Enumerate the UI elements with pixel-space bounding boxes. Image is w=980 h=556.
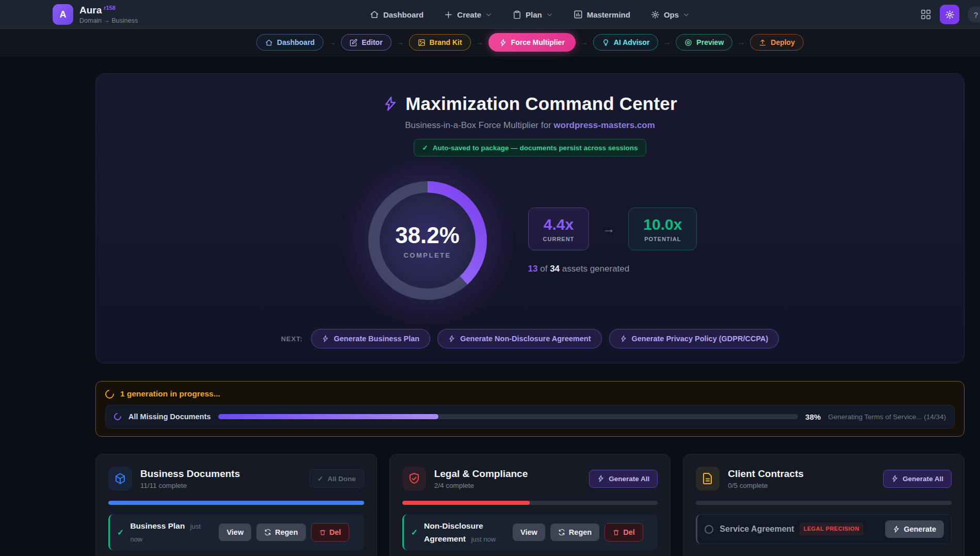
workflow-step-brand-kit[interactable]: Brand Kit — [409, 34, 471, 51]
spinner-icon — [104, 388, 116, 400]
category-card-client-contracts: Client Contracts 0/5 complete Generate A… — [683, 454, 965, 556]
category-title: Legal & Compliance — [434, 468, 581, 480]
workflow-step-force-multiplier[interactable]: Force Multiplier — [488, 33, 576, 52]
workflow-step-dashboard[interactable]: Dashboard — [256, 34, 323, 51]
category-progress-bar — [696, 501, 952, 505]
lightning-icon — [891, 475, 899, 482]
completion-ring: 38.2% COMPLETE — [363, 176, 492, 305]
check-icon: ✓ — [318, 474, 323, 483]
generate-nda-button[interactable]: Generate Non-Disclosure Agreement — [437, 329, 601, 348]
delete-button[interactable]: Del — [311, 523, 350, 542]
document-row-service-agreement: Service Agreement LEGAL PRECISION Genera… — [696, 514, 952, 544]
delete-button[interactable]: Del — [605, 523, 643, 542]
clipboard-icon — [513, 10, 521, 19]
apps-grid-button[interactable] — [920, 9, 932, 20]
potential-multiplier-card: 10.0x POTENTIAL — [628, 208, 697, 250]
command-center-panel: Maximization Command Center Business-in-… — [95, 73, 965, 363]
current-multiplier-card: 4.4x CURRENT — [528, 208, 590, 250]
upload-icon — [759, 39, 766, 46]
generate-all-button[interactable]: Generate All — [589, 470, 658, 488]
category-progress-fill — [108, 501, 364, 505]
category-count: 0/5 complete — [728, 482, 875, 489]
app-name: Aurar158 — [79, 5, 138, 16]
lightning-icon — [499, 39, 507, 46]
chevron-down-icon — [485, 11, 492, 18]
eye-icon — [684, 39, 692, 46]
document-timestamp: just now — [471, 535, 496, 543]
category-title: Client Contracts — [728, 468, 875, 480]
topnav-dashboard[interactable]: Dashboard — [370, 10, 423, 19]
generate-button[interactable]: Generate — [885, 520, 944, 538]
spinner-icon — [112, 411, 123, 422]
lightning-icon — [597, 475, 605, 482]
assets-generated-line: 13 of 34 assets generated — [528, 264, 697, 274]
lightning-icon — [322, 335, 329, 342]
workflow-step-ai-advisor[interactable]: AI Advisor — [593, 34, 659, 51]
topnav-create[interactable]: Create — [444, 10, 492, 19]
regen-button[interactable]: Regen — [550, 523, 599, 541]
app-logo[interactable]: A — [53, 4, 73, 25]
completion-percentage: 38.2% — [395, 223, 460, 248]
current-multiplier-value: 4.4x — [543, 216, 575, 233]
generation-status-text: Generating Terms of Service... (14/34) — [828, 413, 946, 421]
category-card-business-documents: Business Documents 11/11 complete ✓ All … — [95, 454, 377, 556]
workflow-step-preview[interactable]: Preview — [676, 34, 732, 51]
topnav-ops[interactable]: Ops — [651, 10, 690, 19]
image-icon — [418, 39, 426, 46]
generate-business-plan-button[interactable]: Generate Business Plan — [311, 329, 430, 348]
workflow-separator: → — [329, 38, 336, 46]
app-subtitle: Domain → Business — [79, 17, 138, 24]
workflow-separator: → — [397, 38, 404, 46]
help-button[interactable]: ? — [968, 6, 980, 23]
top-bar: A Aurar158 Domain → Business Dashboard C… — [0, 0, 980, 29]
generation-progress-fill — [218, 414, 438, 419]
completion-label: COMPLETE — [403, 251, 451, 259]
workflow-nav: Dashboard → Editor → Brand Kit → Force M… — [0, 29, 980, 56]
view-button[interactable]: View — [513, 523, 545, 541]
multiplier-stats: 4.4x CURRENT → 10.0x POTENTIAL 13 of 34 … — [528, 208, 697, 274]
home-icon — [265, 39, 273, 46]
document-icon — [696, 467, 720, 490]
home-icon — [370, 10, 379, 19]
question-icon: ? — [973, 10, 978, 19]
document-category-cards: Business Documents 11/11 complete ✓ All … — [95, 454, 965, 556]
cube-icon — [108, 467, 132, 490]
workflow-step-deploy[interactable]: Deploy — [750, 34, 804, 51]
next-label: NEXT: — [281, 335, 303, 343]
category-card-legal-compliance: Legal & Compliance 2/4 complete Generate… — [389, 454, 671, 556]
potential-multiplier-value: 10.0x — [643, 216, 682, 233]
refresh-icon — [264, 529, 271, 536]
gear-icon — [651, 10, 660, 19]
settings-button[interactable] — [940, 5, 959, 24]
all-done-button[interactable]: ✓ All Done — [309, 469, 364, 488]
category-progress-bar — [108, 501, 364, 505]
view-button[interactable]: View — [219, 523, 251, 541]
category-progress-bar — [402, 501, 658, 505]
check-icon: ✓ — [411, 528, 418, 537]
legal-precision-badge: LEGAL PRECISION — [799, 522, 863, 535]
workflow-separator: → — [581, 38, 588, 46]
document-row-nda: ✓ Non-Disclosure Agreement just now View… — [402, 514, 658, 550]
app-logo-letter: A — [60, 9, 67, 20]
document-row-business-plan: ✓ Business Plan just now View Regen Del — [108, 514, 364, 550]
target-domain: wordpress-masters.com — [553, 120, 655, 130]
chevron-down-icon — [546, 11, 553, 18]
workflow-separator: → — [663, 38, 671, 46]
top-nav: Dashboard Create Plan Mastermind Ops — [370, 0, 690, 29]
lightning-icon — [383, 96, 398, 112]
regen-button[interactable]: Regen — [256, 523, 305, 541]
app-version: r158 — [104, 5, 116, 11]
topnav-plan[interactable]: Plan — [513, 10, 553, 19]
workflow-separator: → — [738, 38, 745, 46]
topnav-mastermind[interactable]: Mastermind — [574, 10, 630, 19]
generation-task-row: All Missing Documents 38% Generating Ter… — [105, 405, 955, 428]
category-title: Business Documents — [140, 468, 301, 480]
workflow-step-editor[interactable]: Editor — [341, 34, 391, 51]
lightning-icon — [448, 335, 455, 342]
arrow-right-icon: → — [602, 221, 615, 236]
document-name: Service Agreement — [720, 523, 794, 536]
generation-progress-percent: 38% — [805, 412, 821, 421]
generate-all-button[interactable]: Generate All — [883, 470, 952, 488]
brand: A Aurar158 Domain → Business — [53, 4, 138, 25]
generate-privacy-policy-button[interactable]: Generate Privacy Policy (GDPR/CCPA) — [609, 329, 779, 348]
